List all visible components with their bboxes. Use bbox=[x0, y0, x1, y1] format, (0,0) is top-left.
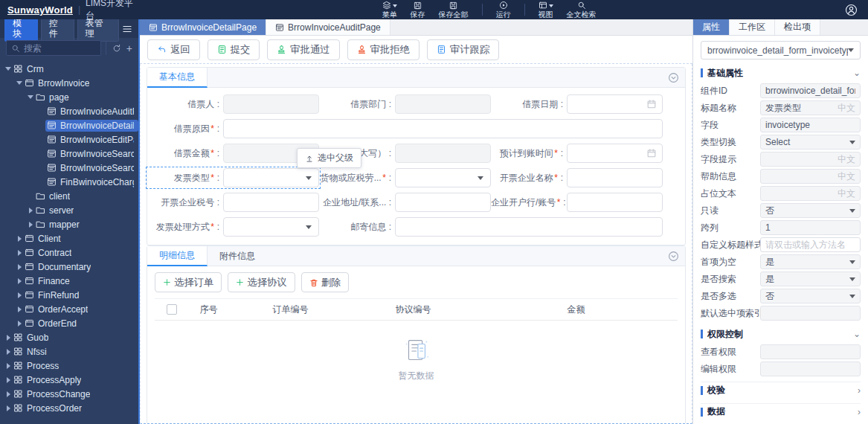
tree-collapsed-caret-icon[interactable] bbox=[16, 264, 23, 270]
tree-collapsed-caret-icon[interactable] bbox=[27, 222, 34, 228]
toolbar-view[interactable]: 视图 bbox=[539, 1, 553, 19]
toolbar-full-text-search[interactable]: 全文检索 bbox=[567, 1, 597, 19]
tree-item-crm[interactable]: Crm bbox=[0, 62, 138, 76]
tree-item-guob[interactable]: Guob bbox=[0, 330, 138, 344]
field-input-开票企业名称[interactable] bbox=[567, 168, 663, 187]
tree-item-processchange[interactable]: ProcessChange bbox=[0, 387, 138, 401]
section-基础属性[interactable]: 基础属性⌄ bbox=[701, 65, 861, 81]
property-select-只读[interactable]: 否 bbox=[760, 203, 861, 218]
design-canvas[interactable]: 基本信息 借票人 :借票部门 :借票日期 :借票原因* :借票金额* :金额（大… bbox=[140, 64, 692, 424]
toolbar-menu[interactable]: 菜单 bbox=[382, 1, 397, 19]
property-input-跨列[interactable]: 1 bbox=[760, 220, 861, 235]
tree-item-brrowinvoicesearchpage[interactable]: BrrowInvoiceSearchPage bbox=[0, 161, 138, 175]
tree-item-brrowinvoicedetailpage[interactable]: BrrowInvoiceDetailPage bbox=[0, 118, 138, 132]
property-input-占位文本[interactable]: 中文 bbox=[760, 186, 861, 201]
collapse-basic-icon[interactable] bbox=[668, 72, 679, 83]
tree-collapsed-caret-icon[interactable] bbox=[16, 321, 23, 327]
tree-item-nfssi[interactable]: Nfssi bbox=[0, 344, 138, 359]
field-input-借票部门[interactable] bbox=[395, 94, 491, 114]
reject-button[interactable]: 审批拒绝 bbox=[347, 39, 419, 60]
tree-expanded-caret-icon[interactable] bbox=[16, 81, 23, 85]
property-input-自定义标题样式[interactable]: 请双击或输入方法名 bbox=[760, 237, 861, 252]
tree-item-server[interactable]: server bbox=[0, 203, 138, 217]
property-select-是否搜索[interactable]: 是 bbox=[760, 272, 861, 286]
tree-collapsed-caret-icon[interactable] bbox=[4, 377, 12, 383]
tree-collapsed-caret-icon[interactable] bbox=[4, 363, 12, 369]
tree-collapsed-caret-icon[interactable] bbox=[16, 306, 23, 312]
tree-collapsed-caret-icon[interactable] bbox=[16, 250, 23, 256]
field-input-预计到账时间[interactable] bbox=[567, 144, 663, 163]
tree-collapsed-caret-icon[interactable] bbox=[16, 292, 23, 298]
delete-button[interactable]: 删除 bbox=[301, 272, 350, 292]
tree-item-brrowinvoicesearchdealpage[interactable]: BrrowInvoiceSearchDealPage bbox=[0, 147, 138, 161]
collapse-detail-icon[interactable] bbox=[668, 251, 679, 262]
tree-collapsed-caret-icon[interactable] bbox=[4, 349, 12, 355]
field-select-货物或应税劳...[interactable] bbox=[395, 168, 491, 187]
property-input-组件ID[interactable]: brrowinvoice_detail_form_invoicetype bbox=[760, 83, 861, 98]
property-input-查看权限[interactable] bbox=[760, 344, 861, 359]
tree-item-brrowinvoice[interactable]: BrrowInvoice bbox=[0, 76, 138, 90]
inspector-tab-工作区[interactable]: 工作区 bbox=[730, 19, 775, 35]
tab-附件信息[interactable]: 附件信息 bbox=[208, 246, 267, 266]
tab-明细信息[interactable]: 明细信息 bbox=[147, 246, 208, 266]
property-input-字段提示[interactable]: 中文 bbox=[760, 152, 861, 167]
tree-collapsed-caret-icon[interactable] bbox=[16, 278, 23, 284]
audit-trail-button[interactable]: 审计跟踪 bbox=[427, 39, 499, 60]
tree-collapsed-caret-icon[interactable] bbox=[4, 335, 12, 341]
field-input-邮寄信息[interactable] bbox=[395, 217, 663, 237]
toolbar-save[interactable]: 保存 bbox=[411, 1, 425, 19]
tree-item-orderaccept[interactable]: OrderAccept bbox=[0, 302, 138, 316]
tree-item-orderend[interactable]: OrderEnd bbox=[0, 316, 138, 330]
section-权限控制[interactable]: 权限控制⌄ bbox=[701, 326, 861, 342]
toolbar-save-all[interactable]: 保存全部 bbox=[439, 1, 469, 19]
submit-button[interactable]: 提交 bbox=[208, 39, 260, 60]
select-agreement-button[interactable]: 选择协议 bbox=[228, 272, 295, 292]
tree-item-contract[interactable]: Contract bbox=[0, 245, 138, 260]
section-数据[interactable]: 数据› bbox=[701, 403, 861, 420]
field-input-借票人[interactable] bbox=[223, 94, 319, 114]
tab-basic-info[interactable]: 基本信息 bbox=[147, 68, 208, 88]
approve-button[interactable]: 审批通过 bbox=[267, 39, 339, 60]
tree-collapsed-caret-icon[interactable] bbox=[27, 208, 34, 213]
tree-expanded-caret-icon[interactable] bbox=[4, 67, 12, 71]
hamburger-menu-icon[interactable] bbox=[122, 25, 132, 33]
tree-item-brrowinvoiceeditpage[interactable]: BrrowInvoiceEditPage bbox=[0, 132, 138, 147]
property-input-字段[interactable]: invoicetype bbox=[760, 118, 861, 132]
tree-item-processorder[interactable]: ProcessOrder bbox=[0, 401, 138, 415]
back-button[interactable]: 返回 bbox=[147, 39, 200, 60]
select-order-button[interactable]: 选择订单 bbox=[155, 272, 222, 292]
field-input-金额（大写）[interactable] bbox=[395, 144, 491, 163]
user-avatar-icon[interactable] bbox=[845, 4, 858, 16]
property-select-类型切换[interactable]: Select bbox=[760, 135, 861, 150]
field-select-发票类型[interactable] bbox=[223, 168, 319, 187]
inspector-tab-属性[interactable]: 属性 bbox=[693, 19, 730, 35]
tree-item-documentary[interactable]: Documentary bbox=[0, 260, 138, 274]
field-input-开票企业税号[interactable] bbox=[223, 193, 319, 212]
tree-item-page[interactable]: page bbox=[0, 90, 138, 104]
property-select-首项为空[interactable]: 是 bbox=[760, 254, 861, 269]
editor-tab-brrowinvoicedetailpage[interactable]: BrrowInvoiceDetailPage bbox=[140, 19, 266, 35]
tree-item-processapply[interactable]: ProcessApply bbox=[0, 373, 138, 387]
field-input-借票日期[interactable] bbox=[567, 94, 663, 114]
refresh-icon[interactable] bbox=[112, 44, 121, 53]
property-input-编辑权限[interactable] bbox=[760, 362, 861, 376]
tree-item-brrowinvoiceauditpage[interactable]: BrrowInvoiceAuditPage bbox=[0, 104, 138, 118]
component-selector[interactable]: brrowinvoice_detail_form_invoicetype [Se… bbox=[701, 41, 861, 60]
tree-collapsed-caret-icon[interactable] bbox=[16, 236, 23, 242]
editor-tab-brrowinvoiceauditpage[interactable]: BrrowInvoiceAuditPage bbox=[266, 19, 390, 35]
select-parent-button[interactable]: 选中父级 bbox=[297, 148, 361, 168]
tree-expanded-caret-icon[interactable] bbox=[27, 95, 34, 99]
field-input-借票原因[interactable] bbox=[223, 119, 663, 138]
tree-item-finrefund[interactable]: FinRefund bbox=[0, 288, 138, 302]
tree-item-client[interactable]: client bbox=[0, 189, 138, 203]
toolbar-run[interactable]: 运行 bbox=[496, 1, 511, 19]
property-select-是否多选[interactable]: 否 bbox=[760, 289, 861, 303]
section-校验[interactable]: 校验› bbox=[701, 382, 861, 398]
add-icon[interactable]: + bbox=[126, 43, 132, 54]
field-input-企业地址/联系...[interactable] bbox=[395, 193, 491, 212]
tree-item-finance[interactable]: Finance bbox=[0, 274, 138, 288]
tree-item-process[interactable]: Process bbox=[0, 359, 138, 373]
inspector-tab-检出项[interactable]: 检出项 bbox=[775, 19, 820, 35]
tree-item-client[interactable]: Client bbox=[0, 231, 138, 245]
tree-collapsed-caret-icon[interactable] bbox=[4, 405, 12, 411]
